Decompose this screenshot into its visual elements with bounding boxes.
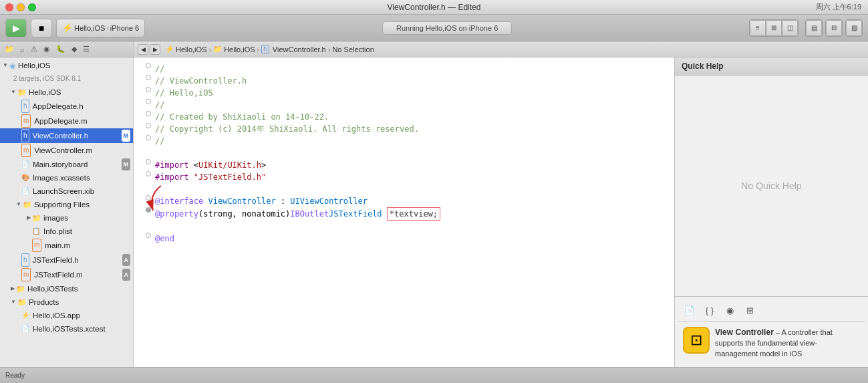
- maximize-button[interactable]: [28, 3, 36, 11]
- quick-help-icons: 📄 { } ◉ ⊞: [678, 299, 865, 322]
- file-launchscreen-xib[interactable]: 📄 LaunchScreen.xib: [0, 184, 133, 198]
- group-images[interactable]: ▶ 📁 images: [0, 211, 133, 225]
- group-supporting-files[interactable]: ▼ 📁 Supporting Files: [0, 198, 133, 211]
- run-button[interactable]: ▶: [5, 19, 27, 37]
- bc-label: No Selection: [332, 45, 374, 53]
- assistant-editor-button[interactable]: ⊞: [766, 20, 782, 36]
- file-main-m[interactable]: m main.m: [0, 238, 133, 253]
- scheme-selector[interactable]: ⚡ Hello,iOS › iPhone 6: [56, 19, 145, 37]
- project-root[interactable]: ▼ ◉ Hello,iOS: [0, 59, 133, 72]
- run-icon: ▶: [13, 23, 20, 33]
- nav-debug-icon[interactable]: 🐛: [54, 44, 67, 54]
- quick-help-class-text: View Controller – A controller that supp…: [715, 327, 860, 359]
- code-text: @property: [155, 208, 198, 220]
- file-label: JSTextField.h: [33, 254, 79, 266]
- arrow-icon: ▶: [11, 283, 15, 295]
- line-dot: [146, 207, 151, 213]
- back-button[interactable]: ◀: [138, 44, 148, 55]
- circle-icon-button[interactable]: ◉: [722, 302, 738, 318]
- code-text: // ViewController.h: [155, 76, 247, 86]
- file-label: Hello,iOS.app: [33, 309, 80, 322]
- m-file-icon: m: [32, 239, 41, 252]
- xcode-icon: ◉: [9, 59, 16, 72]
- file-appdelegate-m[interactable]: m AppDelegate.m: [0, 114, 133, 128]
- file-main-storyboard[interactable]: 📄 Main.storyboard M: [0, 158, 133, 171]
- file-info-plist[interactable]: 📋 Info.plist: [0, 225, 133, 238]
- nav-search-icon[interactable]: ⌕: [18, 45, 27, 54]
- bc-viewcontroller-h[interactable]: h ViewController.h: [261, 45, 325, 53]
- breadcrumb-bar: ◀ ▶ ⚡ Hello,iOS › 📁 Hello,iOS › h ViewCo…: [134, 41, 868, 57]
- xib-icon: 📄: [21, 185, 29, 197]
- folder-icon: 📁: [17, 86, 27, 98]
- version-editor-button[interactable]: ◫: [782, 20, 798, 36]
- code-text: #import: [155, 160, 189, 170]
- group-label: Hello,iOS: [29, 86, 61, 98]
- close-button[interactable]: [5, 3, 13, 11]
- group-label: images: [43, 212, 68, 224]
- navigator-panel: 📁 ⌕ ⚠ ◉ 🐛 ◆ ☰ ▼ ◉ Hello,iOS 2 targets, i…: [0, 41, 134, 367]
- quick-help-empty: No Quick Help: [675, 76, 868, 296]
- standard-editor-button[interactable]: ≡: [750, 20, 766, 36]
- stop-button[interactable]: ■: [31, 19, 52, 37]
- hide-navigator-button[interactable]: ▤: [806, 20, 822, 36]
- forward-button[interactable]: ▶: [150, 44, 160, 55]
- group-products[interactable]: ▼ 📁 Products: [0, 295, 133, 309]
- stop-icon: ■: [39, 23, 44, 33]
- line-dot: [146, 159, 151, 164]
- group-tests[interactable]: ▶ 📁 Hello,iOSTests: [0, 282, 133, 295]
- nav-test-icon[interactable]: ◉: [41, 44, 52, 54]
- bc-no-selection[interactable]: No Selection: [332, 45, 374, 53]
- code-editor[interactable]: // // ViewController.h // Hello,iOS // /…: [134, 57, 674, 367]
- inline-edit-textview[interactable]: *textview;: [387, 207, 440, 221]
- file-images-xcassets[interactable]: 🎨 Images.xcassets: [0, 171, 133, 184]
- bc-label: ViewController.h: [273, 45, 326, 53]
- file-hello-ios-app[interactable]: ⚡ Hello,iOS.app: [0, 309, 133, 322]
- status-text: Ready: [5, 372, 25, 379]
- xcassets-icon: 🎨: [21, 172, 29, 184]
- file-jstextfield-m[interactable]: m JSTextField.m A: [0, 267, 133, 282]
- bc-hello-ios-1[interactable]: ⚡ Hello,iOS: [165, 45, 206, 53]
- window-title: ViewController.h — Edited: [388, 3, 481, 12]
- folder-icon: 📁: [16, 283, 25, 295]
- line-dot: [146, 135, 151, 140]
- doc-icon-button[interactable]: 📄: [682, 302, 698, 318]
- device-label: iPhone 6: [110, 24, 139, 32]
- line-dot: [146, 99, 151, 104]
- group-label: Supporting Files: [34, 199, 90, 211]
- code-text: "JSTextField.h": [194, 172, 266, 182]
- file-label: AppDelegate.m: [34, 115, 87, 127]
- file-label: Hello,iOSTests.xctest: [33, 323, 106, 335]
- nav-folder-icon[interactable]: 📁: [3, 44, 16, 54]
- hide-debugger-button[interactable]: ⊟: [826, 20, 842, 36]
- arrow-icon: ▼: [3, 59, 8, 72]
- code-line: [144, 147, 664, 159]
- line-dot: [146, 233, 151, 238]
- code-text: >: [261, 160, 266, 170]
- code-line: #import <UIKit/UIKit.h>: [144, 159, 664, 171]
- arrow-icon: ▼: [16, 199, 21, 211]
- bc-separator: ›: [208, 45, 211, 53]
- line-dot: [146, 195, 151, 201]
- code-line: #import "JSTextField.h": [144, 171, 664, 183]
- code-text: UIKit/UIKit.h: [198, 160, 261, 170]
- file-appdelegate-h[interactable]: h AppDelegate.h: [0, 99, 133, 114]
- grid-icon-button[interactable]: ⊞: [742, 302, 758, 318]
- group-hello-ios[interactable]: ▼ 📁 Hello,iOS: [0, 86, 133, 99]
- hide-utilities-button[interactable]: ▧: [846, 20, 862, 36]
- file-viewcontroller-m[interactable]: m ViewController.m: [0, 143, 133, 158]
- file-viewcontroller-h[interactable]: h ViewController.h M: [0, 128, 133, 143]
- bc-hello-ios-2[interactable]: 📁 Hello,iOS: [213, 45, 255, 53]
- file-jstextfield-h[interactable]: h JSTextField.h A: [0, 253, 133, 267]
- minimize-button[interactable]: [17, 3, 25, 11]
- file-hello-ios-tests[interactable]: 📄 Hello,iOSTests.xctest: [0, 322, 133, 336]
- code-line: @interface ViewController : UIViewContro…: [144, 195, 664, 207]
- m-file-icon: m: [21, 144, 31, 157]
- nav-warning-icon[interactable]: ⚠: [29, 44, 39, 54]
- nav-log-icon[interactable]: ☰: [81, 44, 92, 54]
- file-label: Main.storyboard: [33, 158, 88, 170]
- nav-breakpoint-icon[interactable]: ◆: [69, 44, 79, 54]
- folder-icon: 📁: [23, 199, 32, 211]
- editor-container: ◀ ▶ ⚡ Hello,iOS › 📁 Hello,iOS › h ViewCo…: [134, 41, 868, 367]
- braces-icon-button[interactable]: { }: [702, 302, 718, 318]
- titlebar-right: 周六 上午6:19: [816, 2, 861, 12]
